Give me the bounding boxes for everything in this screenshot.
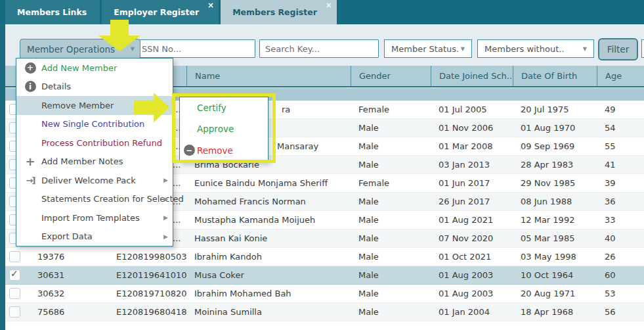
annotation-rectangle <box>172 93 276 163</box>
column-header-age[interactable]: Age <box>597 66 644 86</box>
tab-label: Members Links <box>17 7 87 17</box>
members-without-dropdown[interactable]: Members without.. ▼ <box>477 39 594 58</box>
cell-id: 19376 <box>30 252 108 262</box>
menu-item-add-new-member[interactable]: +Add New Member <box>16 59 173 78</box>
table-row[interactable]: 30631E120119641010...Musa CokerMale01 Au… <box>5 266 644 285</box>
cell-joined: 01 Mar 2008 <box>431 141 513 151</box>
chevron-down-icon: ▼ <box>583 46 587 52</box>
cell-ssn: E120819710820... <box>108 289 186 298</box>
cell-joined: 01 Aug 2003 <box>431 289 513 298</box>
menu-item-deliver-welcome-pack[interactable]: →]Deliver Welcome Pack▶ <box>16 171 173 190</box>
menu-item-add-member-notes[interactable]: +Add Member Notes <box>16 153 173 172</box>
member-status-dropdown[interactable]: Member Status. ▼ <box>384 39 472 58</box>
cell-dob: 08 Jun 1988 <box>513 197 597 206</box>
cell-dob: 29 Nov 1985 <box>513 178 597 188</box>
cell-age: 55 <box>597 141 644 151</box>
cell-age: 26 <box>597 252 644 262</box>
menu-item-icon-slot: →] <box>22 176 39 185</box>
cell-name: Eunice Baindu Monjama Sheriff <box>186 178 351 188</box>
cell-ssn: E120119641010... <box>108 270 186 280</box>
cell-name: Ibrahim Kandoh <box>186 252 351 262</box>
cell-joined: 01 Jul 2005 <box>431 105 513 114</box>
tab-members-register[interactable]: Members Register× <box>221 0 337 24</box>
column-header-gender[interactable]: Gender <box>351 66 431 86</box>
cell-joined: 07 Nov 2020 <box>431 233 513 243</box>
row-checkbox-cell <box>5 251 30 262</box>
column-header-name[interactable]: Name <box>186 66 351 86</box>
checkbox[interactable] <box>9 306 20 318</box>
menu-item-label: Process Contribution Refund <box>41 138 162 148</box>
menu-item-label: New Single Contribution <box>41 119 144 129</box>
cell-age: 60 <box>597 270 644 280</box>
menu-item-process-contribution-refund[interactable]: Process Contribution Refund <box>16 133 173 153</box>
table-row[interactable]: 19376E120819980503...Ibrahim KandohMale0… <box>5 248 644 266</box>
cell-dob: 03 May 1998 <box>513 252 597 262</box>
cell-ssn: E120819680418... <box>108 307 186 317</box>
cell-gender: Female <box>351 178 431 188</box>
search-key-input[interactable] <box>259 39 379 58</box>
members-register-screen: Members LinksEmployer Register×Members R… <box>0 0 644 330</box>
menu-item-label: Deliver Welcome Pack <box>41 176 136 185</box>
table-row[interactable]: 75686E120819680418...Moinina SumillaMale… <box>5 303 644 321</box>
cell-name: Moinina Sumilla <box>186 307 351 317</box>
cell-gender: Male <box>351 307 431 317</box>
tab-members-links[interactable]: Members Links <box>5 0 100 24</box>
cell-gender: Male <box>351 160 431 170</box>
checkbox[interactable] <box>9 288 20 299</box>
cell-joined: 01 Aug 2003 <box>431 270 513 280</box>
cell-age: 56 <box>597 307 644 317</box>
cell-name: Hassan Kai Konie <box>186 233 351 243</box>
cell-dob: 01 Aug 1970 <box>513 123 597 133</box>
checkbox[interactable] <box>9 251 20 262</box>
cell-age: 54 <box>597 123 644 133</box>
row-checkbox-cell <box>5 270 30 281</box>
checkbox-checked[interactable] <box>9 270 20 281</box>
info-circle-icon: i <box>25 81 36 92</box>
cell-gender: Male <box>351 233 431 243</box>
filter-button[interactable]: Filter <box>598 38 638 60</box>
submenu-arrow-icon: ▶ <box>163 233 168 240</box>
cell-joined: 01 Jun 2017 <box>431 178 513 188</box>
menu-item-export-data[interactable]: Export Data▶ <box>16 227 173 247</box>
menu-item-icon-slot: + <box>22 62 39 74</box>
tab-label: Employer Register <box>114 7 199 17</box>
sign-in-icon: →] <box>26 176 35 185</box>
cell-age: 49 <box>597 105 644 114</box>
tab-bar: Members LinksEmployer Register×Members R… <box>0 0 644 24</box>
cell-age: 36 <box>597 197 644 206</box>
cell-id: 75686 <box>30 307 108 317</box>
menu-item-new-single-contribution[interactable]: New Single Contribution <box>16 115 173 134</box>
cell-gender: Male <box>351 270 431 280</box>
chevron-down-icon: ▼ <box>461 46 465 52</box>
cell-dob: 05 Mar 1985 <box>513 233 597 243</box>
member-operations-label: Member Operations <box>27 44 115 55</box>
cell-dob: 28 Apr 1983 <box>513 160 597 170</box>
cell-name: Mustapha Kamanda Moijueh <box>186 215 351 225</box>
cell-age: 41 <box>597 160 644 170</box>
menu-item-statements-creation-for-selected[interactable]: Statements Creation for Selected▶ <box>16 190 173 209</box>
cell-age: 53 <box>597 289 644 298</box>
menu-item-icon-slot: i <box>22 81 39 92</box>
member-status-label: Member Status. <box>391 44 459 54</box>
tab-label: Members Register <box>232 7 317 17</box>
submenu-arrow-icon: ▶ <box>163 196 168 202</box>
row-checkbox-cell <box>5 306 30 318</box>
table-row[interactable]: 30632E120819710820...Ibrahim Mohamed Bah… <box>5 285 644 303</box>
filter-label: Filter <box>607 44 629 55</box>
ssn-input[interactable] <box>136 39 255 58</box>
menu-item-icon-slot: + <box>22 156 39 168</box>
cell-dob: 09 Sep 1969 <box>513 141 597 151</box>
menu-item-details[interactable]: iDetails <box>16 78 173 97</box>
cell-gender: Male <box>351 289 431 298</box>
column-header-date-of-birth[interactable]: Date Of Birth <box>513 66 597 86</box>
menu-item-label: Remove Member <box>41 101 114 110</box>
row-checkbox-cell <box>5 288 30 299</box>
close-icon[interactable]: × <box>326 1 332 9</box>
menu-item-import-from-templates[interactable]: Import From Templates▶ <box>16 208 173 227</box>
menu-item-label: Import From Templates <box>41 213 140 223</box>
close-icon[interactable]: × <box>207 1 214 9</box>
plus-circle-icon: + <box>25 62 36 74</box>
menu-item-label: Add New Member <box>41 63 117 73</box>
cell-gender: Male <box>351 215 431 225</box>
column-header-date-joined-sch[interactable]: Date Joined Sch... <box>431 66 513 86</box>
